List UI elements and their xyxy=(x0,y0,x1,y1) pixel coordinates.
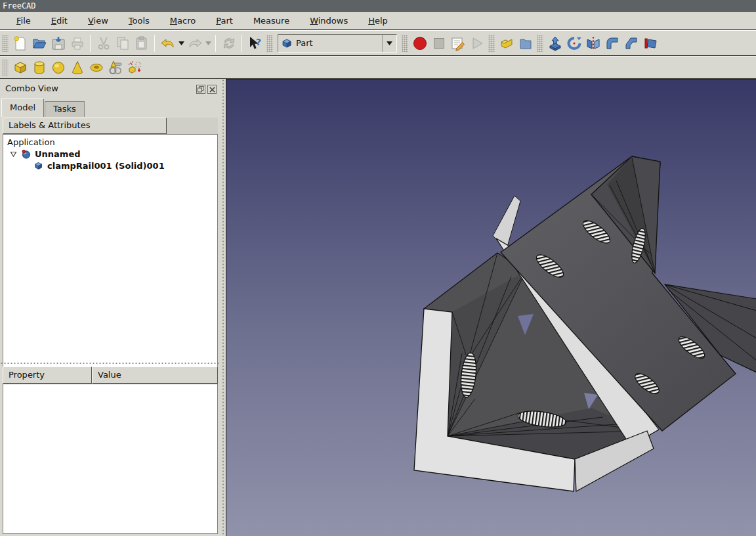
group-folder-icon xyxy=(518,35,534,51)
cone-button[interactable] xyxy=(68,58,87,78)
tab-tasks[interactable]: Tasks xyxy=(45,101,85,117)
box-button[interactable] xyxy=(10,58,30,78)
tree-item-application[interactable]: Application xyxy=(3,136,217,148)
clamp-rail-model xyxy=(226,79,756,536)
menu-macro[interactable]: Macro xyxy=(163,14,203,28)
sphere-button[interactable] xyxy=(49,58,68,78)
combo-view-panel: Combo View Model Tasks Labels & Attribut… xyxy=(0,79,220,536)
tree-item-solid[interactable]: clampRail001 (Solid)001 xyxy=(3,160,217,171)
mirror-button[interactable] xyxy=(583,34,602,53)
workbench-selector[interactable]: Part xyxy=(278,34,397,53)
redo-icon xyxy=(187,35,203,51)
sphere-icon xyxy=(51,60,66,76)
expander-open-icon[interactable] xyxy=(10,150,17,158)
toolbar-grip[interactable] xyxy=(402,35,408,52)
property-editor-header: Property Value xyxy=(3,367,218,384)
value-column-header[interactable]: Value xyxy=(92,367,218,384)
menu-file[interactable]: File xyxy=(9,14,38,28)
new-file-icon xyxy=(12,35,28,51)
shape-builder-icon xyxy=(127,60,142,76)
property-editor-body[interactable] xyxy=(3,384,218,534)
new-document-button[interactable] xyxy=(10,34,30,53)
macro-edit-button[interactable] xyxy=(448,34,467,53)
ruled-surface-button[interactable] xyxy=(640,34,660,53)
paste-icon xyxy=(134,35,150,51)
mirror-icon xyxy=(585,35,601,51)
solid-label: clampRail001 (Solid)001 xyxy=(47,161,165,171)
solid-cube-icon xyxy=(33,161,43,171)
refresh-icon xyxy=(221,35,237,51)
window-titlebar[interactable]: FreeCAD xyxy=(0,0,756,12)
play-icon xyxy=(469,35,485,51)
cylinder-button[interactable] xyxy=(30,58,49,78)
toolbar-grip[interactable] xyxy=(2,59,9,76)
close-panel-button[interactable] xyxy=(207,85,217,94)
redo-dropdown xyxy=(204,34,212,53)
primitives-icon xyxy=(108,60,123,76)
vertical-splitter[interactable] xyxy=(220,79,226,536)
workbench-dropdown-button[interactable] xyxy=(382,35,396,52)
create-group-button[interactable] xyxy=(516,34,535,53)
whats-this-button[interactable]: ? xyxy=(245,34,264,53)
whats-this-icon: ? xyxy=(247,35,263,51)
chamfer-icon xyxy=(623,35,639,51)
copy-button xyxy=(113,34,132,53)
print-icon xyxy=(70,35,85,51)
create-part-button[interactable] xyxy=(497,34,516,53)
save-icon xyxy=(51,35,66,51)
toolbar-separator xyxy=(90,35,91,52)
ruled-surface-icon xyxy=(642,35,658,51)
stop-icon xyxy=(431,35,447,51)
toolbar-file: ? Part xyxy=(0,30,756,56)
macro-play-button xyxy=(467,34,486,53)
toolbar-separator xyxy=(154,35,155,52)
menu-view[interactable]: View xyxy=(81,14,116,28)
undo-button[interactable] xyxy=(158,34,177,53)
combo-view-titlebar[interactable]: Combo View xyxy=(0,81,220,96)
horizontal-splitter[interactable] xyxy=(0,361,220,366)
extrude-button[interactable] xyxy=(545,34,564,53)
chevron-down-icon xyxy=(205,41,211,45)
chamfer-button[interactable] xyxy=(621,34,640,53)
float-icon xyxy=(198,86,204,93)
menu-measure[interactable]: Measure xyxy=(246,14,297,28)
record-icon xyxy=(412,35,428,51)
copy-icon xyxy=(115,35,131,51)
cone-icon xyxy=(70,60,85,76)
tree-item-document[interactable]: Unnamed xyxy=(3,148,217,160)
property-column-header[interactable]: Property xyxy=(3,367,92,384)
svg-text:?: ? xyxy=(256,37,261,47)
close-icon xyxy=(209,87,215,93)
3d-viewport[interactable] xyxy=(226,79,756,536)
menu-windows[interactable]: Windows xyxy=(303,14,355,28)
menu-edit[interactable]: Edit xyxy=(44,14,75,28)
part-workbench-icon xyxy=(281,37,293,49)
menu-help[interactable]: Help xyxy=(361,14,395,28)
tab-model[interactable]: Model xyxy=(1,99,44,117)
save-document-button[interactable] xyxy=(49,34,68,53)
toolbar-grip[interactable] xyxy=(2,35,9,52)
menu-part[interactable]: Part xyxy=(209,14,240,28)
window-title: FreeCAD xyxy=(3,1,36,11)
combo-view-tabs: Model Tasks xyxy=(1,97,85,117)
fillet-button[interactable] xyxy=(602,34,621,53)
toolbar-grip[interactable] xyxy=(537,35,543,52)
torus-button[interactable] xyxy=(87,58,106,78)
paste-button xyxy=(132,34,151,53)
float-panel-button[interactable] xyxy=(196,85,205,94)
menu-tools[interactable]: Tools xyxy=(121,14,157,28)
undo-dropdown[interactable] xyxy=(177,34,185,53)
box-icon xyxy=(12,60,28,76)
toolbar-grip[interactable] xyxy=(266,35,273,52)
document-label: Unnamed xyxy=(35,149,81,159)
open-document-button[interactable] xyxy=(30,34,49,53)
shape-builder-button[interactable] xyxy=(125,58,144,78)
create-primitives-button[interactable] xyxy=(106,58,125,78)
tree-header-labels-attributes[interactable]: Labels & Attributes xyxy=(3,118,167,134)
chevron-down-icon xyxy=(178,41,184,45)
toolbar-separator xyxy=(215,35,216,52)
fillet-icon xyxy=(604,35,620,51)
macro-record-button[interactable] xyxy=(410,34,429,53)
revolve-button[interactable] xyxy=(564,34,583,53)
toolbar-grip[interactable] xyxy=(488,35,495,52)
